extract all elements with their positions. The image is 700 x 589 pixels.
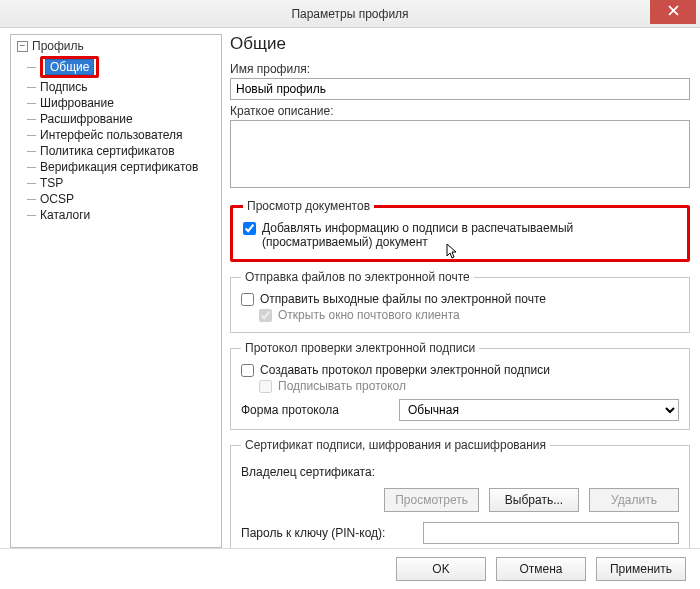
tree-item-label: Каталоги [40, 208, 90, 222]
chk-sign-protocol-label: Подписывать протокол [278, 379, 406, 393]
tree-branch-icon [27, 151, 36, 152]
tree-item[interactable]: Верификация сертификатов [27, 159, 215, 175]
tree-item[interactable]: TSP [27, 175, 215, 191]
tree-branch-icon [27, 135, 36, 136]
protocol-form-select[interactable]: Обычная [399, 399, 679, 421]
tree-branch-icon [27, 87, 36, 88]
tree-item-label: Интерфейс пользователя [40, 128, 183, 142]
chk-open-mail-client [259, 309, 272, 322]
tree-branch-icon [27, 167, 36, 168]
chk-send-email-label[interactable]: Отправить выходные файлы по электронной … [260, 292, 546, 306]
group-protocol: Протокол проверки электронной подписи Со… [230, 341, 690, 430]
short-desc-label: Краткое описание: [230, 104, 690, 118]
group-protocol-legend: Протокол проверки электронной подписи [241, 341, 479, 355]
ok-button[interactable]: OK [396, 557, 486, 581]
protocol-form-label: Форма протокола [241, 403, 391, 417]
chk-create-protocol[interactable] [241, 364, 254, 377]
group-certificate: Сертификат подписи, шифрования и расшифр… [230, 438, 690, 548]
group-certificate-legend: Сертификат подписи, шифрования и расшифр… [241, 438, 550, 452]
tree-item-label: Подпись [40, 80, 88, 94]
chk-sign-protocol [259, 380, 272, 393]
short-desc-input[interactable] [230, 120, 690, 188]
tree-item[interactable]: Интерфейс пользователя [27, 127, 215, 143]
titlebar: Параметры профиля [0, 0, 700, 28]
cert-select-button[interactable]: Выбрать... [489, 488, 579, 512]
tree-item[interactable]: Каталоги [27, 207, 215, 223]
dialog-window: Параметры профиля − Профиль ОбщиеПодпись… [0, 0, 700, 589]
chk-add-sign-info[interactable] [243, 222, 256, 235]
chk-send-email[interactable] [241, 293, 254, 306]
tree-item[interactable]: Общие [27, 55, 215, 79]
apply-button[interactable]: Применить [596, 557, 686, 581]
tree-branch-icon [27, 119, 36, 120]
profile-name-input[interactable] [230, 78, 690, 100]
chk-open-mail-client-label: Открыть окно почтового клиента [278, 308, 460, 322]
tree-item-highlight: Общие [40, 56, 99, 78]
cert-owner-label: Владелец сертификата: [241, 465, 391, 479]
tree-item-label: TSP [40, 176, 63, 190]
nav-tree[interactable]: − Профиль ОбщиеПодписьШифрованиеРасшифро… [10, 34, 222, 548]
group-document-view: Просмотр документов Добавлять информацию… [230, 199, 690, 262]
collapse-icon[interactable]: − [17, 41, 28, 52]
tree-branch-icon [27, 67, 36, 68]
pin-input[interactable] [423, 522, 679, 544]
chk-create-protocol-label[interactable]: Создавать протокол проверки электронной … [260, 363, 550, 377]
tree-item[interactable]: Шифрование [27, 95, 215, 111]
close-button[interactable] [650, 0, 696, 24]
tree-branch-icon [27, 199, 36, 200]
tree-item-label: Шифрование [40, 96, 114, 110]
cert-delete-button: Удалить [589, 488, 679, 512]
group-document-view-legend: Просмотр документов [243, 199, 374, 213]
page-heading: Общие [230, 34, 690, 54]
settings-pane: Общие Имя профиля: Краткое описание: Про… [230, 34, 690, 548]
tree-branch-icon [27, 183, 36, 184]
chk-add-sign-info-label[interactable]: Добавлять информацию о подписи в распеча… [262, 221, 677, 249]
cert-owner-value [399, 464, 679, 480]
tree-branch-icon [27, 103, 36, 104]
cert-view-button: Просмотреть [384, 488, 479, 512]
close-icon [668, 5, 679, 19]
pin-label: Пароль к ключу (PIN-код): [241, 526, 415, 540]
tree-root[interactable]: − Профиль [17, 39, 215, 53]
tree-item[interactable]: OCSP [27, 191, 215, 207]
tree-branch-icon [27, 215, 36, 216]
tree-item-label: Общие [45, 59, 94, 75]
tree-item-label: OCSP [40, 192, 74, 206]
tree-item-label: Политика сертификатов [40, 144, 175, 158]
tree-root-label: Профиль [32, 39, 84, 53]
tree-item[interactable]: Подпись [27, 79, 215, 95]
window-title: Параметры профиля [291, 7, 408, 21]
tree-item-label: Верификация сертификатов [40, 160, 198, 174]
group-email-legend: Отправка файлов по электронной почте [241, 270, 474, 284]
cancel-button[interactable]: Отмена [496, 557, 586, 581]
tree-item[interactable]: Расшифрование [27, 111, 215, 127]
tree-item-label: Расшифрование [40, 112, 133, 126]
dialog-footer: OK Отмена Применить [0, 548, 700, 581]
tree-item[interactable]: Политика сертификатов [27, 143, 215, 159]
group-email: Отправка файлов по электронной почте Отп… [230, 270, 690, 333]
profile-name-label: Имя профиля: [230, 62, 690, 76]
